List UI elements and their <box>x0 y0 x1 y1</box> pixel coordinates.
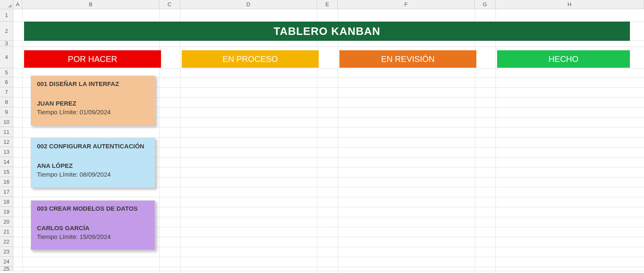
row-header[interactable]: 5 <box>0 68 13 77</box>
row-header[interactable]: 17 <box>0 187 13 197</box>
column-header[interactable]: E <box>317 0 338 9</box>
row-header[interactable]: 9 <box>0 107 13 117</box>
card-owner: CARLOS GARCÍA <box>37 224 149 231</box>
kanban-column-rev-header: EN REVISIÓN <box>339 50 476 68</box>
kanban-column-todo-header: POR HACER <box>24 50 161 68</box>
kanban-column-proc-header: EN PROCESO <box>182 50 319 68</box>
row-header[interactable]: 18 <box>0 197 13 207</box>
spreadsheet[interactable]: ABCDEFGH 1234567891011121314151617181920… <box>0 0 644 273</box>
row-header[interactable]: 4 <box>0 47 13 68</box>
row-header[interactable]: 25 <box>0 267 13 271</box>
deadline-prefix: Tiempo Límite: <box>37 108 80 116</box>
column-header[interactable]: G <box>475 0 495 9</box>
column-header[interactable]: H <box>495 0 644 9</box>
deadline-value: 15/09/2024 <box>80 233 111 240</box>
kanban-column-done-header: HECHO <box>497 50 630 68</box>
row-header[interactable]: 22 <box>0 237 13 247</box>
row-header[interactable]: 1 <box>0 9 13 22</box>
row-header[interactable]: 20 <box>0 217 13 227</box>
card-task: 003 CREAR MODELOS DE DATOS <box>37 205 149 212</box>
card-deadline: Tiempo Límite: 01/09/2024 <box>37 108 149 116</box>
row-header[interactable]: 12 <box>0 137 13 147</box>
column-headers: ABCDEFGH <box>13 0 644 9</box>
row-header[interactable]: 7 <box>0 87 13 97</box>
card-task: 002 CONFIGURAR AUTENTICACIÓN <box>37 143 149 150</box>
column-header[interactable]: A <box>13 0 22 9</box>
row-header[interactable]: 10 <box>0 117 13 127</box>
card-deadline: Tiempo Límite: 15/09/2024 <box>37 233 149 240</box>
card-task: 001 DISEÑAR LA INTERFAZ <box>37 80 149 87</box>
row-header[interactable]: 11 <box>0 127 13 137</box>
card-owner: JUAN PEREZ <box>37 100 149 107</box>
row-header[interactable]: 8 <box>0 97 13 107</box>
deadline-prefix: Tiempo Límite: <box>37 171 80 178</box>
kanban-card[interactable]: 003 CREAR MODELOS DE DATOS CARLOS GARCÍA… <box>31 200 155 250</box>
card-deadline: Tiempo Límite: 08/09/2024 <box>37 171 149 178</box>
kanban-card[interactable]: 002 CONFIGURAR AUTENTICACIÓN ANA LÓPEZ T… <box>31 138 155 188</box>
kanban-card[interactable]: 001 DISEÑAR LA INTERFAZ JUAN PEREZ Tiemp… <box>31 76 155 125</box>
row-header[interactable]: 19 <box>0 207 13 217</box>
select-all-corner[interactable] <box>0 0 13 9</box>
row-header[interactable]: 2 <box>0 22 13 41</box>
row-header[interactable]: 23 <box>0 247 13 257</box>
cells-area[interactable]: TABLERO KANBAN POR HACER EN PROCESO EN R… <box>13 9 644 273</box>
deadline-value: 01/09/2024 <box>80 108 111 116</box>
row-header[interactable]: 14 <box>0 157 13 167</box>
row-header[interactable]: 6 <box>0 77 13 87</box>
column-header[interactable]: F <box>338 0 475 9</box>
row-header[interactable]: 15 <box>0 167 13 177</box>
column-header[interactable]: B <box>22 0 159 9</box>
row-headers: 1234567891011121314151617181920212223242… <box>0 9 13 271</box>
column-header[interactable]: D <box>180 0 317 9</box>
card-owner: ANA LÓPEZ <box>37 162 149 169</box>
row-header[interactable]: 13 <box>0 147 13 157</box>
deadline-prefix: Tiempo Límite: <box>37 233 80 240</box>
row-header[interactable]: 21 <box>0 227 13 237</box>
kanban-title: TABLERO KANBAN <box>24 22 630 41</box>
row-header[interactable]: 3 <box>0 41 13 47</box>
row-header[interactable]: 16 <box>0 177 13 187</box>
column-header[interactable]: C <box>159 0 180 9</box>
deadline-value: 08/09/2024 <box>80 171 111 178</box>
